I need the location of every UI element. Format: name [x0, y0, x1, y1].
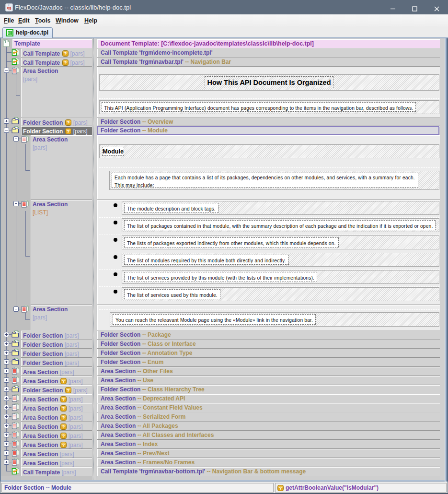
svg-text:?: ? [64, 60, 67, 65]
svg-text:?: ? [67, 129, 70, 134]
svg-text:?: ? [62, 397, 65, 402]
svg-text:?: ? [62, 442, 65, 447]
svg-text:?: ? [62, 424, 65, 429]
svg-text:?: ? [279, 485, 282, 491]
svg-text:?: ? [62, 433, 65, 438]
svg-text:?: ? [62, 378, 65, 384]
svg-text:?: ? [67, 120, 70, 125]
svg-text:?: ? [62, 415, 65, 420]
svg-text:?: ? [62, 406, 65, 411]
svg-text:?: ? [67, 388, 70, 393]
svg-text:?: ? [64, 51, 67, 56]
